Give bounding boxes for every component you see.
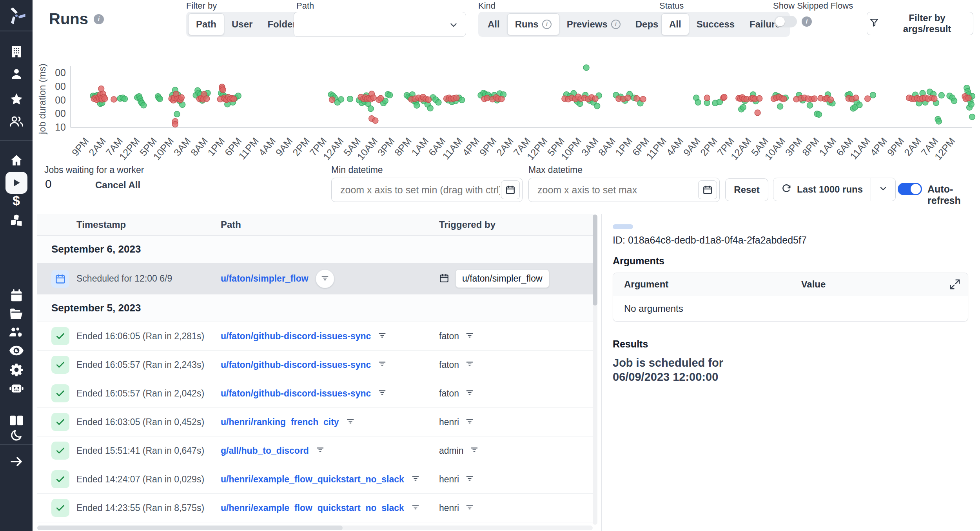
run-dot-failure[interactable]	[220, 87, 226, 93]
run-dot-failure[interactable]	[757, 96, 762, 102]
run-dot-failure[interactable]	[370, 95, 376, 101]
user-filter-icon-button[interactable]	[465, 417, 474, 427]
run-dot-failure[interactable]	[592, 96, 598, 102]
table-row[interactable]: Ended 16:05:57 (Ran in 2,243s) u/faton/g…	[37, 351, 594, 379]
table-row[interactable]: Ended 16:05:57 (Ran in 2,042s) u/faton/g…	[37, 379, 594, 408]
run-path-link[interactable]: u/henri/ranking_french_city	[221, 417, 339, 427]
run-path-link[interactable]: u/henri/example_flow_quickstart_no_slack	[221, 474, 404, 485]
filter-by-option-user[interactable]: User	[224, 14, 260, 35]
expand-icon[interactable]	[949, 278, 961, 293]
run-dot-failure[interactable]	[111, 96, 117, 102]
sidebar-item-folders[interactable]	[0, 307, 33, 320]
run-dot-failure[interactable]	[204, 96, 210, 102]
table-row[interactable]: Ended 14:23:55 (Ran in 8,575s) u/henri/e…	[37, 494, 594, 522]
run-dot-success[interactable]	[695, 100, 701, 105]
sidebar-item-dark-mode[interactable]	[0, 429, 33, 442]
run-dot-failure[interactable]	[102, 96, 108, 102]
sidebar-item-schedules[interactable]	[0, 289, 33, 302]
sidebar-item-resources[interactable]	[0, 214, 33, 227]
path-filter-icon-button[interactable]	[316, 269, 334, 288]
user-filter-icon-button[interactable]	[465, 503, 474, 513]
duration-scatter-chart[interactable]: 100 00010 0001 000100109PM2AM7AM12PM5PM1…	[55, 63, 976, 162]
sidebar-item-favorites[interactable]	[0, 92, 33, 106]
sidebar-item-settings[interactable]	[0, 363, 33, 377]
runs-count-dropdown-button[interactable]	[871, 178, 895, 201]
user-filter-icon-button[interactable]	[465, 360, 474, 370]
max-datetime-input[interactable]	[537, 184, 698, 196]
run-dot-failure[interactable]	[372, 118, 378, 124]
run-dot-failure[interactable]	[172, 122, 178, 127]
run-dot-failure[interactable]	[231, 96, 237, 102]
run-dot-success[interactable]	[936, 118, 942, 124]
run-dot-success[interactable]	[968, 102, 974, 107]
filter-args-button[interactable]: Filter by args/result	[867, 12, 973, 35]
run-dot-failure[interactable]	[329, 97, 335, 103]
run-dot-success[interactable]	[141, 102, 147, 108]
scrollbar-thumb[interactable]	[37, 526, 343, 530]
user-filter-icon-button[interactable]	[465, 331, 474, 341]
max-datetime-calendar-button[interactable]	[698, 180, 717, 199]
sidebar-expand-button[interactable]	[0, 455, 33, 468]
sidebar-item-audit-logs[interactable]	[0, 345, 33, 356]
sidebar-item-docs[interactable]	[0, 415, 33, 426]
filter-by-option-path[interactable]: Path	[188, 13, 224, 35]
table-row[interactable]: Ended 16:06:05 (Ran in 2,281s) u/faton/g…	[37, 322, 594, 351]
table-row[interactable]: Ended 14:24:07 (Ran in 0,029s) u/henri/e…	[37, 465, 594, 494]
run-path-link[interactable]: u/faton/github-discord-issues-sync	[221, 388, 371, 399]
show-skipped-info-icon[interactable]: i	[802, 16, 812, 27]
run-dot-success[interactable]	[938, 93, 944, 98]
info-icon[interactable]: i	[611, 20, 621, 29]
path-filter-icon-button[interactable]	[378, 331, 387, 341]
sidebar-item-variables[interactable]: $	[0, 193, 33, 208]
sidebar-item-user[interactable]	[0, 67, 33, 81]
sidebar-item-workspace[interactable]	[0, 45, 33, 58]
run-dot-failure[interactable]	[721, 94, 727, 100]
run-dot-failure[interactable]	[426, 97, 432, 103]
run-path-link[interactable]: u/henri/example_flow_quickstart_no_slack	[221, 503, 404, 513]
run-dot-success[interactable]	[777, 104, 783, 109]
run-dot-success[interactable]	[414, 102, 420, 108]
run-dot-failure[interactable]	[625, 95, 631, 101]
run-dot-failure[interactable]	[454, 95, 459, 101]
sidebar-item-workers[interactable]	[0, 382, 33, 395]
path-filter-icon-button[interactable]	[378, 388, 387, 398]
run-dot-failure[interactable]	[704, 95, 710, 101]
user-filter-icon-button[interactable]	[465, 474, 474, 484]
run-dot-success[interactable]	[969, 114, 975, 120]
run-path-link[interactable]: u/faton/simpler_flow	[221, 273, 309, 284]
sidebar-item-members[interactable]	[0, 115, 33, 128]
run-dot-success[interactable]	[459, 97, 465, 103]
run-dot-failure[interactable]	[865, 96, 871, 102]
refresh-runs-button[interactable]: Last 1000 runs	[773, 178, 871, 201]
auto-refresh-toggle[interactable]	[898, 183, 922, 195]
run-dot-failure[interactable]	[828, 97, 833, 103]
kind-option-all[interactable]: All	[480, 14, 507, 35]
run-path-link[interactable]: u/faton/github-discord-issues-sync	[221, 360, 371, 370]
table-horizontal-scrollbar[interactable]	[37, 526, 593, 530]
reset-button[interactable]: Reset	[725, 178, 768, 201]
run-dot-failure[interactable]	[755, 110, 760, 116]
run-dot-success[interactable]	[807, 102, 813, 108]
min-datetime-input[interactable]	[339, 184, 501, 196]
run-dot-success[interactable]	[368, 106, 374, 112]
path-filter-icon-button[interactable]	[316, 446, 325, 456]
run-dot-failure[interactable]	[378, 95, 384, 101]
table-row-scheduled[interactable]: Scheduled for 12:00 6/9 u/faton/simpler_…	[37, 263, 594, 295]
windmill-logo[interactable]	[0, 5, 33, 26]
run-dot-success[interactable]	[338, 96, 344, 102]
run-path-link[interactable]: g/all/hub_to_discord	[221, 446, 309, 456]
run-dot-success[interactable]	[951, 98, 957, 104]
run-dot-success[interactable]	[594, 103, 600, 109]
status-option-all[interactable]: All	[661, 13, 689, 35]
run-dot-failure[interactable]	[811, 96, 817, 102]
sidebar-item-runs[interactable]	[0, 172, 33, 194]
kind-option-runs[interactable]: Runsi	[507, 13, 559, 35]
run-dot-success[interactable]	[870, 92, 876, 98]
run-dot-failure[interactable]	[640, 96, 646, 102]
run-dot-success[interactable]	[174, 111, 180, 117]
run-dot-success[interactable]	[857, 102, 862, 108]
run-dot-success[interactable]	[740, 104, 746, 110]
runs-info-icon[interactable]: i	[94, 14, 104, 24]
min-datetime-calendar-button[interactable]	[501, 180, 520, 199]
path-filter-icon-button[interactable]	[378, 360, 387, 370]
